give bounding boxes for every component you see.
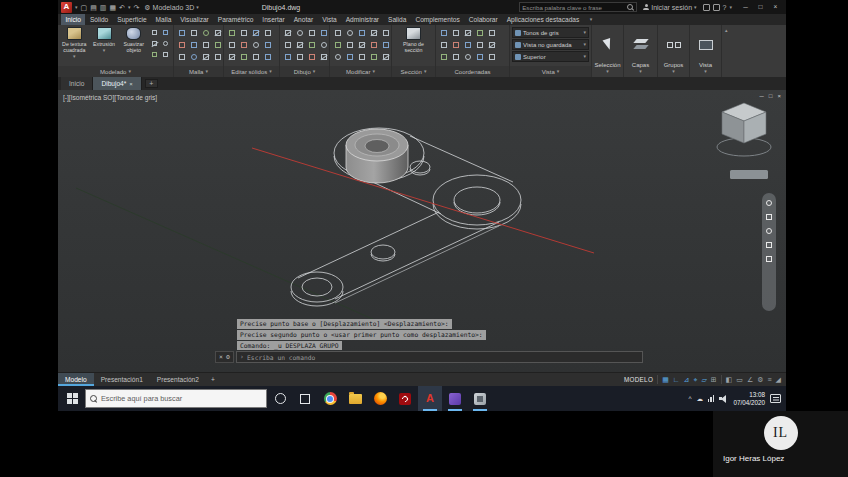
tool-icon[interactable]	[368, 51, 380, 63]
ribbon-tab-vista[interactable]: Vista	[318, 14, 342, 25]
ribbon-minimize-icon[interactable]: ▴	[725, 28, 728, 33]
ucs-tool-icon[interactable]	[486, 39, 498, 51]
chrome-taskbar-button[interactable]	[318, 386, 342, 411]
tool-icon[interactable]	[262, 27, 274, 39]
line-tool-icon[interactable]	[282, 27, 294, 39]
new-drawing-tab-button[interactable]: +	[145, 79, 158, 88]
undo-icon[interactable]: ↶	[119, 4, 125, 11]
panel-label-dibujo[interactable]: Dibujo▾	[280, 66, 329, 77]
ribbon-tab-insertar[interactable]: Insertar	[258, 14, 289, 25]
firefox-taskbar-button[interactable]	[368, 386, 392, 411]
zoom-icon[interactable]	[766, 228, 772, 234]
ribbon-tab-superficie[interactable]: Superficie	[113, 14, 151, 25]
ucs-tool-icon[interactable]	[474, 51, 486, 63]
panel-label-editar-solidos[interactable]: Editar sólidos▾	[224, 66, 279, 77]
tool-icon[interactable]	[250, 27, 262, 39]
viewcube[interactable]	[717, 103, 771, 179]
clean-screen-icon[interactable]: ◢	[776, 376, 781, 383]
tool-icon[interactable]	[149, 49, 160, 60]
ribbon-tab-administrar[interactable]: Administrar	[341, 14, 383, 25]
tool-de-textura-cuadrada[interactable]: De textura cuadrada ▾	[60, 27, 89, 59]
file-tab-dibujo4[interactable]: Dibujo4* ×	[93, 77, 141, 90]
app-store-icon[interactable]	[703, 4, 710, 11]
quick-properties-icon[interactable]: ▭	[736, 376, 743, 383]
panel-label-vista[interactable]: Vista▾	[510, 66, 591, 77]
tool-icon[interactable]	[344, 51, 356, 63]
cortana-button[interactable]	[268, 386, 292, 411]
tool-icon[interactable]	[368, 39, 380, 51]
drawing-minimize-icon[interactable]: ─	[760, 93, 764, 99]
action-center-icon[interactable]	[770, 394, 781, 403]
open-icon[interactable]: ▤	[90, 4, 97, 11]
ribbon-tab-malla[interactable]: Malla	[151, 14, 176, 25]
layout-tab-presentacion2[interactable]: Presentación2	[150, 373, 206, 386]
tool-icon[interactable]	[306, 27, 318, 39]
taskbar-search[interactable]	[85, 389, 267, 408]
tool-icon[interactable]	[294, 39, 306, 51]
ribbon-collapse-button[interactable]: ▾	[590, 14, 593, 25]
tool-icon[interactable]	[250, 51, 262, 63]
ucs-tool-icon[interactable]	[474, 39, 486, 51]
layout-tab-presentacion1[interactable]: Presentación1	[94, 373, 150, 386]
grid-icon[interactable]: ▦	[662, 376, 669, 383]
panel-label-mal­la[interactable]: Malla▾	[174, 66, 223, 77]
visual-style-select[interactable]: Tonos de gris ▾	[512, 27, 589, 38]
tool-icon[interactable]	[238, 51, 250, 63]
search-icon[interactable]	[627, 4, 634, 11]
tool-icon[interactable]	[380, 27, 392, 39]
tool-icon[interactable]	[226, 39, 238, 51]
ucs-tool-icon[interactable]	[486, 51, 498, 63]
tool-icon[interactable]	[176, 27, 188, 39]
circle-tool-icon[interactable]	[294, 27, 306, 39]
workspace-selector[interactable]: ⚙ Modelado 3D ▾	[142, 4, 200, 11]
ribbon-tab-aplicaciones-destacadas[interactable]: Aplicaciones destacadas	[502, 14, 584, 25]
tool-icon[interactable]	[282, 39, 294, 51]
ribbon-tab-salida[interactable]: Salida	[384, 14, 411, 25]
gray-app-taskbar-button[interactable]	[468, 386, 492, 411]
viewport-controls-label[interactable]: [-][Isométrica SO][Tonos de gris]	[63, 94, 157, 101]
move-tool-icon[interactable]	[332, 27, 344, 39]
gear-icon[interactable]: ⚙	[757, 376, 763, 383]
tool-icon[interactable]	[318, 39, 330, 51]
app-menu-caret-icon[interactable]: ▾	[75, 5, 78, 10]
tool-icon[interactable]	[212, 39, 224, 51]
tool-icon[interactable]	[380, 51, 392, 63]
signin-button[interactable]: Iniciar sesión ▾	[640, 4, 699, 11]
tool-plano-de-seccion[interactable]: Plano de sección	[395, 27, 433, 53]
pan-icon[interactable]	[766, 214, 772, 220]
model-space-button[interactable]: MODELO	[624, 376, 653, 383]
close-tab-icon[interactable]: ×	[129, 81, 133, 87]
tool-icon[interactable]	[380, 39, 392, 51]
ribbon-tab-parametrico[interactable]: Paramétrico	[213, 14, 258, 25]
help-icon[interactable]: ?	[723, 4, 727, 11]
tool-icon[interactable]	[356, 51, 368, 63]
panel-label-modificar[interactable]: Modificar▾	[330, 66, 391, 77]
snap-icon[interactable]: ⊞	[711, 376, 717, 383]
tool-suavizar-objeto[interactable]: Suavizar objeto	[119, 27, 148, 53]
customization-icon[interactable]: ≡	[768, 376, 772, 383]
ribbon-tab-complementos[interactable]: Complementos	[411, 14, 464, 25]
ribbon-tab-inicio[interactable]: Inicio	[61, 14, 85, 25]
ucs-tool-icon[interactable]	[450, 39, 462, 51]
tool-icon[interactable]	[200, 39, 212, 51]
tool-icon[interactable]	[160, 49, 171, 60]
minimize-button[interactable]: ─	[738, 0, 753, 14]
tool-icon[interactable]	[250, 39, 262, 51]
tool-icon[interactable]	[282, 51, 294, 63]
ucs-tool-icon[interactable]	[462, 27, 474, 39]
viewport[interactable]: [-][Isométrica SO][Tonos de gris] ─ □ × …	[58, 90, 786, 372]
onedrive-cloud-icon[interactable]: ☁	[696, 395, 703, 403]
ucs-tool-icon[interactable]	[438, 39, 450, 51]
navigation-bar[interactable]	[762, 193, 776, 311]
start-button[interactable]	[60, 386, 84, 411]
annotation-icon[interactable]: ◧	[726, 376, 733, 383]
save-icon[interactable]: ▥	[100, 4, 107, 11]
clock[interactable]: 13:08 07/04/2020	[733, 391, 765, 407]
tool-icon[interactable]	[212, 51, 224, 63]
close-button[interactable]: ×	[768, 0, 783, 14]
ucs-tool-icon[interactable]	[450, 51, 462, 63]
tool-icon[interactable]	[200, 27, 212, 39]
panel-grupos[interactable]: Grupos ▾	[658, 25, 690, 77]
tool-icon[interactable]	[188, 51, 200, 63]
tool-icon[interactable]	[226, 51, 238, 63]
